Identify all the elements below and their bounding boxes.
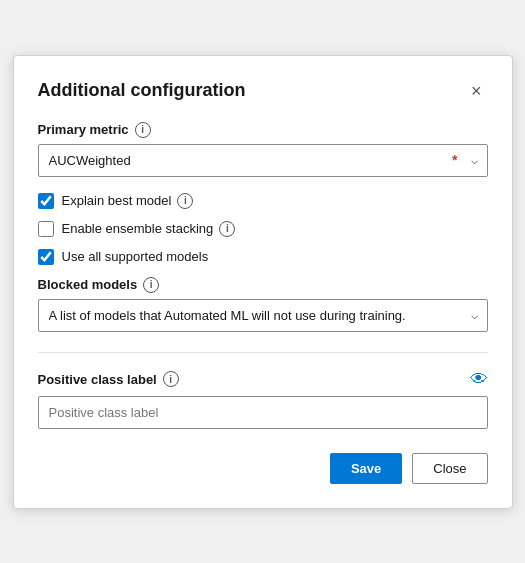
blocked-models-dropdown-wrapper: A list of models that Automated ML will …: [38, 299, 488, 332]
blocked-models-dropdown[interactable]: A list of models that Automated ML will …: [38, 299, 488, 332]
positive-class-label-info-icon[interactable]: i: [163, 371, 179, 387]
explain-best-model-info-icon[interactable]: i: [177, 193, 193, 209]
explain-best-model-checkbox[interactable]: [38, 193, 54, 209]
enable-ensemble-stacking-info-icon[interactable]: i: [219, 221, 235, 237]
enable-ensemble-stacking-row: Enable ensemble stacking i: [38, 221, 488, 237]
positive-class-label-input[interactable]: [38, 396, 488, 429]
required-star: *: [452, 152, 457, 168]
modal-container: Additional configuration × Primary metri…: [13, 55, 513, 509]
primary-metric-dropdown[interactable]: AUCWeighted: [38, 144, 488, 177]
close-button[interactable]: Close: [412, 453, 487, 484]
modal-title: Additional configuration: [38, 80, 246, 101]
section-divider: [38, 352, 488, 353]
save-button[interactable]: Save: [330, 453, 402, 484]
use-all-supported-models-row: Use all supported models: [38, 249, 488, 265]
primary-metric-info-icon[interactable]: i: [135, 122, 151, 138]
explain-best-model-row: Explain best model i: [38, 193, 488, 209]
positive-class-label-title: Positive class label i: [38, 371, 179, 387]
explain-best-model-label[interactable]: Explain best model i: [62, 193, 194, 209]
primary-metric-dropdown-wrapper: AUCWeighted * ⌵: [38, 144, 488, 177]
positive-class-label-header: Positive class label i 👁: [38, 369, 488, 390]
modal-footer: Save Close: [38, 453, 488, 484]
primary-metric-label: Primary metric i: [38, 122, 488, 138]
use-all-supported-models-label[interactable]: Use all supported models: [62, 249, 209, 264]
modal-overlay: Additional configuration × Primary metri…: [0, 0, 525, 563]
use-all-supported-models-checkbox[interactable]: [38, 249, 54, 265]
modal-header: Additional configuration ×: [38, 80, 488, 102]
positive-class-label-section: Positive class label i 👁: [38, 369, 488, 429]
primary-metric-section: Primary metric i AUCWeighted * ⌵: [38, 122, 488, 177]
blocked-models-section: Blocked models i A list of models that A…: [38, 277, 488, 332]
blocked-models-info-icon[interactable]: i: [143, 277, 159, 293]
eye-icon[interactable]: 👁: [470, 369, 488, 390]
blocked-models-label: Blocked models i: [38, 277, 488, 293]
modal-close-button[interactable]: ×: [465, 80, 488, 102]
enable-ensemble-stacking-checkbox[interactable]: [38, 221, 54, 237]
enable-ensemble-stacking-label[interactable]: Enable ensemble stacking i: [62, 221, 236, 237]
